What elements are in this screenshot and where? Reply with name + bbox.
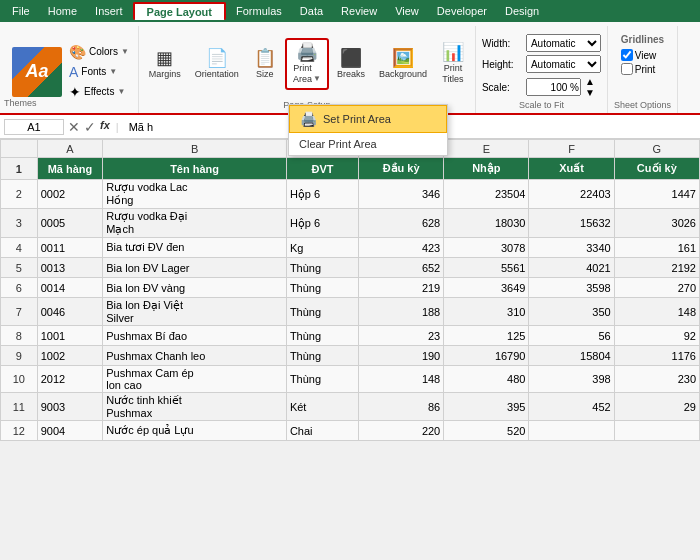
- cell-e5[interactable]: 5561: [444, 258, 529, 278]
- cell-c1[interactable]: ĐVT: [286, 158, 358, 180]
- cell-c7[interactable]: Thùng: [286, 298, 358, 326]
- row-num-5[interactable]: 5: [1, 258, 38, 278]
- colors-button[interactable]: 🎨 Colors ▼: [66, 43, 132, 61]
- gridlines-print-checkbox[interactable]: [621, 63, 633, 75]
- cell-d1[interactable]: Đầu kỳ: [359, 158, 444, 180]
- cell-d2[interactable]: 346: [359, 180, 444, 209]
- cell-g8[interactable]: 92: [614, 326, 699, 346]
- cell-e9[interactable]: 16790: [444, 346, 529, 366]
- cell-b6[interactable]: Bia lon ĐV vàng: [103, 278, 287, 298]
- cell-b10[interactable]: Pushmax Cam éplon cao: [103, 366, 287, 393]
- cell-a9[interactable]: 1002: [37, 346, 103, 366]
- cell-d6[interactable]: 219: [359, 278, 444, 298]
- row-num-6[interactable]: 6: [1, 278, 38, 298]
- orientation-button[interactable]: 📄 Orientation: [189, 46, 245, 83]
- col-header-a[interactable]: A: [37, 140, 103, 158]
- cell-e1[interactable]: Nhập: [444, 158, 529, 180]
- cell-b7[interactable]: Bia lon Đại ViệtSilver: [103, 298, 287, 326]
- cell-f6[interactable]: 3598: [529, 278, 614, 298]
- row-num-7[interactable]: 7: [1, 298, 38, 326]
- cell-g10[interactable]: 230: [614, 366, 699, 393]
- menu-page-layout[interactable]: Page Layout: [133, 2, 226, 20]
- confirm-formula-icon[interactable]: ✓: [84, 119, 96, 135]
- cell-e12[interactable]: 520: [444, 421, 529, 441]
- cell-d11[interactable]: 86: [359, 393, 444, 421]
- cell-b1[interactable]: Tên hàng: [103, 158, 287, 180]
- cell-f5[interactable]: 4021: [529, 258, 614, 278]
- cell-a8[interactable]: 1001: [37, 326, 103, 346]
- cell-e10[interactable]: 480: [444, 366, 529, 393]
- cell-e11[interactable]: 395: [444, 393, 529, 421]
- clear-print-area-item[interactable]: Clear Print Area: [289, 133, 447, 155]
- cell-g2[interactable]: 1447: [614, 180, 699, 209]
- cell-e4[interactable]: 3078: [444, 238, 529, 258]
- cell-b11[interactable]: Nước tinh khiếtPushmax: [103, 393, 287, 421]
- cell-a1[interactable]: Mã hàng: [37, 158, 103, 180]
- cell-a4[interactable]: 0011: [37, 238, 103, 258]
- cell-c10[interactable]: Thùng: [286, 366, 358, 393]
- cell-a5[interactable]: 0013: [37, 258, 103, 278]
- cell-b3[interactable]: Rượu vodka ĐạiMạch: [103, 209, 287, 238]
- cell-d3[interactable]: 628: [359, 209, 444, 238]
- effects-button[interactable]: ✦ Effects ▼: [66, 83, 132, 101]
- row-num-1[interactable]: 1: [1, 158, 38, 180]
- cell-f3[interactable]: 15632: [529, 209, 614, 238]
- cell-a2[interactable]: 0002: [37, 180, 103, 209]
- cell-d8[interactable]: 23: [359, 326, 444, 346]
- row-num-9[interactable]: 9: [1, 346, 38, 366]
- width-select[interactable]: Automatic: [526, 34, 601, 52]
- cell-g4[interactable]: 161: [614, 238, 699, 258]
- menu-data[interactable]: Data: [292, 3, 331, 19]
- cell-c6[interactable]: Thùng: [286, 278, 358, 298]
- cell-g1[interactable]: Cuối kỳ: [614, 158, 699, 180]
- row-num-11[interactable]: 11: [1, 393, 38, 421]
- col-header-g[interactable]: G: [614, 140, 699, 158]
- cell-g7[interactable]: 148: [614, 298, 699, 326]
- cell-a3[interactable]: 0005: [37, 209, 103, 238]
- cell-g12[interactable]: [614, 421, 699, 441]
- cell-e7[interactable]: 310: [444, 298, 529, 326]
- cell-c2[interactable]: Hộp 6: [286, 180, 358, 209]
- print-area-button[interactable]: 🖨️ PrintArea ▼: [285, 38, 329, 90]
- cell-b5[interactable]: Bia lon ĐV Lager: [103, 258, 287, 278]
- menu-view[interactable]: View: [387, 3, 427, 19]
- gridlines-view-checkbox[interactable]: [621, 49, 633, 61]
- themes-button[interactable]: Aa: [8, 45, 66, 99]
- cell-f4[interactable]: 3340: [529, 238, 614, 258]
- cell-e2[interactable]: 23504: [444, 180, 529, 209]
- cell-c11[interactable]: Két: [286, 393, 358, 421]
- cell-a6[interactable]: 0014: [37, 278, 103, 298]
- cell-c8[interactable]: Thùng: [286, 326, 358, 346]
- row-num-4[interactable]: 4: [1, 238, 38, 258]
- row-num-8[interactable]: 8: [1, 326, 38, 346]
- col-header-f[interactable]: F: [529, 140, 614, 158]
- cell-g3[interactable]: 3026: [614, 209, 699, 238]
- breaks-button[interactable]: ⬛ Breaks: [331, 46, 371, 83]
- cell-e3[interactable]: 18030: [444, 209, 529, 238]
- size-button[interactable]: 📋 Size: [247, 46, 283, 83]
- cell-c4[interactable]: Kg: [286, 238, 358, 258]
- row-num-12[interactable]: 12: [1, 421, 38, 441]
- cell-d4[interactable]: 423: [359, 238, 444, 258]
- cell-c3[interactable]: Hộp 6: [286, 209, 358, 238]
- cell-d7[interactable]: 188: [359, 298, 444, 326]
- set-print-area-item[interactable]: 🖨️ Set Print Area: [289, 105, 447, 133]
- cell-d10[interactable]: 148: [359, 366, 444, 393]
- cell-f7[interactable]: 350: [529, 298, 614, 326]
- cell-f8[interactable]: 56: [529, 326, 614, 346]
- menu-developer[interactable]: Developer: [429, 3, 495, 19]
- scale-spinner[interactable]: ▲▼: [585, 76, 595, 98]
- menu-formulas[interactable]: Formulas: [228, 3, 290, 19]
- cell-c12[interactable]: Chai: [286, 421, 358, 441]
- col-header-e[interactable]: E: [444, 140, 529, 158]
- fonts-button[interactable]: A Fonts ▼: [66, 63, 132, 81]
- cell-f2[interactable]: 22403: [529, 180, 614, 209]
- cell-a10[interactable]: 2012: [37, 366, 103, 393]
- background-button[interactable]: 🖼️ Background: [373, 46, 433, 83]
- cell-c5[interactable]: Thùng: [286, 258, 358, 278]
- margins-button[interactable]: ▦ Margins: [143, 46, 187, 83]
- cell-c9[interactable]: Thùng: [286, 346, 358, 366]
- cell-g5[interactable]: 2192: [614, 258, 699, 278]
- cell-b12[interactable]: Nước ép quả Lựu: [103, 421, 287, 441]
- cell-a12[interactable]: 9004: [37, 421, 103, 441]
